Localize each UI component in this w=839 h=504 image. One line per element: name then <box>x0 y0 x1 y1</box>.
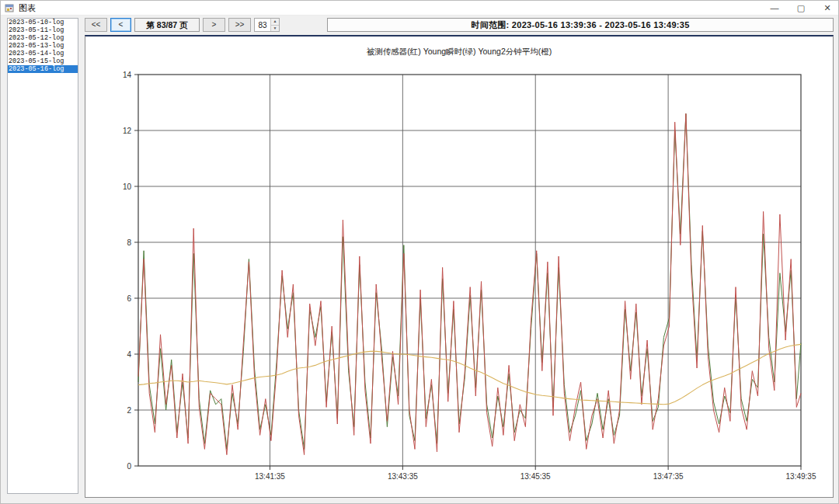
series-2-line <box>138 344 801 404</box>
list-item[interactable]: 2023-05-15-log <box>8 57 78 65</box>
window-title: 图表 <box>19 2 36 14</box>
app-window: 图表 — ▢ ✕ 2023-05-10-log2023-05-11-log202… <box>0 0 839 504</box>
list-item[interactable]: 2023-05-13-log <box>8 42 78 50</box>
app-icon <box>5 3 15 13</box>
axis-tick-label: 10 <box>123 182 132 191</box>
window-controls: — ▢ ✕ <box>768 1 834 16</box>
series-1-line <box>138 113 801 449</box>
maximize-icon[interactable]: ▢ <box>795 1 807 16</box>
time-range-box: 时间范围: 2023-05-16 13:39:36 - 2023-05-16 1… <box>327 18 834 32</box>
list-item[interactable]: 2023-05-12-log <box>8 34 78 42</box>
axis-tick-label: 14 <box>123 71 132 79</box>
axis-tick-label: 12 <box>123 127 132 135</box>
next-page-button[interactable]: > <box>203 18 225 32</box>
line-chart: 0246810121413:41:3513:43:3513:45:3513:47… <box>85 36 833 498</box>
list-item[interactable]: 2023-05-10-log <box>8 19 78 26</box>
axis-tick-label: 13:45:35 <box>520 472 551 481</box>
time-range-label: 时间范围: 2023-05-16 13:39:36 - 2023-05-16 1… <box>471 19 689 31</box>
axis-tick-label: 13:49:35 <box>786 472 816 481</box>
list-item[interactable]: 2023-05-16-log <box>8 65 78 73</box>
list-item[interactable]: 2023-05-11-log <box>8 26 78 34</box>
chart-panel: 被测传感器(红) Young瞬时(绿) Young2分钟平均(橙) 024681… <box>85 35 834 498</box>
minimize-icon[interactable]: — <box>768 1 781 16</box>
axis-tick-label: 8 <box>127 238 131 247</box>
spinner-buttons: ▲ ▼ <box>270 19 279 31</box>
axis-tick-label: 13:41:35 <box>255 472 285 481</box>
prev-page-button[interactable]: < <box>110 18 131 32</box>
axis-tick-label: 13:43:35 <box>388 472 418 481</box>
axis-tick-label: 6 <box>127 294 131 303</box>
page-indicator: 第 83/87 页 <box>134 18 200 32</box>
series-0-line <box>138 113 801 454</box>
axis-tick-label: 0 <box>127 462 131 471</box>
close-icon[interactable]: ✕ <box>821 1 834 16</box>
axis-tick-label: 2 <box>127 406 131 415</box>
axis-tick-label: 4 <box>127 350 131 359</box>
page-number-input[interactable] <box>255 19 270 31</box>
title-bar: 图表 — ▢ ✕ <box>1 1 838 16</box>
list-item[interactable]: 2023-05-14-log <box>8 50 78 57</box>
last-page-button[interactable]: >> <box>228 18 251 32</box>
first-page-button[interactable]: << <box>85 18 107 32</box>
spinner-down-icon[interactable]: ▼ <box>271 25 279 32</box>
axis-tick-label: 13:47:35 <box>653 472 684 481</box>
log-file-list[interactable]: 2023-05-10-log2023-05-11-log2023-05-12-l… <box>7 18 78 494</box>
page-number-stepper[interactable]: ▲ ▼ <box>254 18 280 32</box>
spinner-up-icon[interactable]: ▲ <box>271 19 279 25</box>
